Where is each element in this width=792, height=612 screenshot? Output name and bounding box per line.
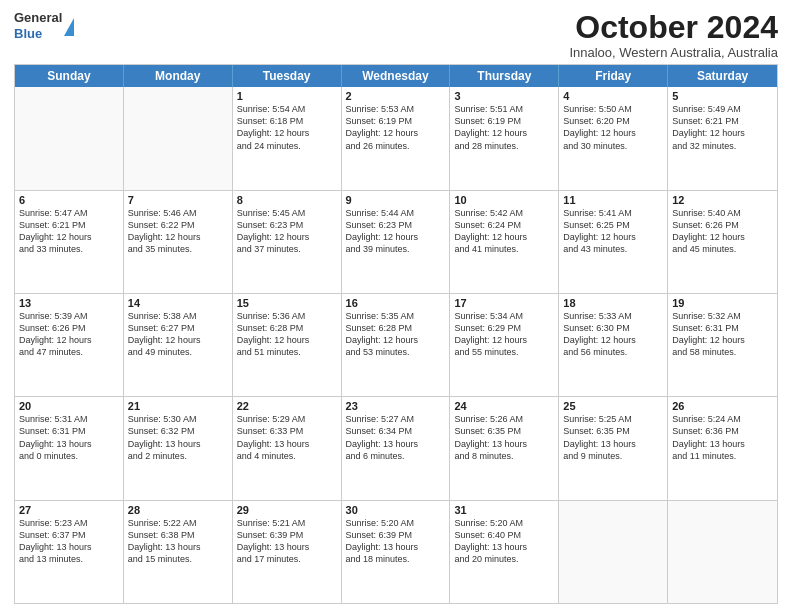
day-number: 5 xyxy=(672,90,773,102)
day-number: 11 xyxy=(563,194,663,206)
page: General Blue October 2024 Innaloo, Weste… xyxy=(0,0,792,612)
day-number: 1 xyxy=(237,90,337,102)
logo: General Blue xyxy=(14,10,74,41)
calendar-cell-8: 8Sunrise: 5:45 AM Sunset: 6:23 PM Daylig… xyxy=(233,191,342,293)
calendar-cell-5: 5Sunrise: 5:49 AM Sunset: 6:21 PM Daylig… xyxy=(668,87,777,189)
day-number: 10 xyxy=(454,194,554,206)
calendar-cell-13: 13Sunrise: 5:39 AM Sunset: 6:26 PM Dayli… xyxy=(15,294,124,396)
day-number: 3 xyxy=(454,90,554,102)
calendar-row-1: 6Sunrise: 5:47 AM Sunset: 6:21 PM Daylig… xyxy=(15,190,777,293)
calendar-cell-25: 25Sunrise: 5:25 AM Sunset: 6:35 PM Dayli… xyxy=(559,397,668,499)
header-day-monday: Monday xyxy=(124,65,233,87)
day-number: 28 xyxy=(128,504,228,516)
calendar: SundayMondayTuesdayWednesdayThursdayFrid… xyxy=(14,64,778,604)
cell-sunrise-sunset: Sunrise: 5:51 AM Sunset: 6:19 PM Dayligh… xyxy=(454,103,554,152)
cell-sunrise-sunset: Sunrise: 5:39 AM Sunset: 6:26 PM Dayligh… xyxy=(19,310,119,359)
calendar-cell-28: 28Sunrise: 5:22 AM Sunset: 6:38 PM Dayli… xyxy=(124,501,233,603)
calendar-cell-2: 2Sunrise: 5:53 AM Sunset: 6:19 PM Daylig… xyxy=(342,87,451,189)
calendar-cell-6: 6Sunrise: 5:47 AM Sunset: 6:21 PM Daylig… xyxy=(15,191,124,293)
cell-sunrise-sunset: Sunrise: 5:42 AM Sunset: 6:24 PM Dayligh… xyxy=(454,207,554,256)
day-number: 20 xyxy=(19,400,119,412)
calendar-cell-24: 24Sunrise: 5:26 AM Sunset: 6:35 PM Dayli… xyxy=(450,397,559,499)
month-title: October 2024 xyxy=(569,10,778,45)
calendar-cell-31: 31Sunrise: 5:20 AM Sunset: 6:40 PM Dayli… xyxy=(450,501,559,603)
calendar-cell-16: 16Sunrise: 5:35 AM Sunset: 6:28 PM Dayli… xyxy=(342,294,451,396)
calendar-cell-19: 19Sunrise: 5:32 AM Sunset: 6:31 PM Dayli… xyxy=(668,294,777,396)
cell-sunrise-sunset: Sunrise: 5:21 AM Sunset: 6:39 PM Dayligh… xyxy=(237,517,337,566)
day-number: 6 xyxy=(19,194,119,206)
calendar-header: SundayMondayTuesdayWednesdayThursdayFrid… xyxy=(15,65,777,87)
cell-sunrise-sunset: Sunrise: 5:33 AM Sunset: 6:30 PM Dayligh… xyxy=(563,310,663,359)
logo-text: General Blue xyxy=(14,10,62,41)
day-number: 30 xyxy=(346,504,446,516)
calendar-cell-10: 10Sunrise: 5:42 AM Sunset: 6:24 PM Dayli… xyxy=(450,191,559,293)
calendar-body: 1Sunrise: 5:54 AM Sunset: 6:18 PM Daylig… xyxy=(15,87,777,603)
calendar-cell-12: 12Sunrise: 5:40 AM Sunset: 6:26 PM Dayli… xyxy=(668,191,777,293)
calendar-cell-20: 20Sunrise: 5:31 AM Sunset: 6:31 PM Dayli… xyxy=(15,397,124,499)
logo-general: General xyxy=(14,10,62,26)
header-day-tuesday: Tuesday xyxy=(233,65,342,87)
calendar-row-2: 13Sunrise: 5:39 AM Sunset: 6:26 PM Dayli… xyxy=(15,293,777,396)
header-day-thursday: Thursday xyxy=(450,65,559,87)
day-number: 9 xyxy=(346,194,446,206)
day-number: 14 xyxy=(128,297,228,309)
day-number: 19 xyxy=(672,297,773,309)
header-day-saturday: Saturday xyxy=(668,65,777,87)
calendar-cell-7: 7Sunrise: 5:46 AM Sunset: 6:22 PM Daylig… xyxy=(124,191,233,293)
location: Innaloo, Western Australia, Australia xyxy=(569,45,778,60)
logo-blue: Blue xyxy=(14,26,62,42)
cell-sunrise-sunset: Sunrise: 5:26 AM Sunset: 6:35 PM Dayligh… xyxy=(454,413,554,462)
day-number: 24 xyxy=(454,400,554,412)
header-day-friday: Friday xyxy=(559,65,668,87)
cell-sunrise-sunset: Sunrise: 5:54 AM Sunset: 6:18 PM Dayligh… xyxy=(237,103,337,152)
day-number: 31 xyxy=(454,504,554,516)
day-number: 18 xyxy=(563,297,663,309)
cell-sunrise-sunset: Sunrise: 5:36 AM Sunset: 6:28 PM Dayligh… xyxy=(237,310,337,359)
header: General Blue October 2024 Innaloo, Weste… xyxy=(14,10,778,60)
cell-sunrise-sunset: Sunrise: 5:41 AM Sunset: 6:25 PM Dayligh… xyxy=(563,207,663,256)
header-day-wednesday: Wednesday xyxy=(342,65,451,87)
calendar-cell-4: 4Sunrise: 5:50 AM Sunset: 6:20 PM Daylig… xyxy=(559,87,668,189)
logo-triangle-icon xyxy=(64,18,74,36)
cell-sunrise-sunset: Sunrise: 5:35 AM Sunset: 6:28 PM Dayligh… xyxy=(346,310,446,359)
calendar-cell-1: 1Sunrise: 5:54 AM Sunset: 6:18 PM Daylig… xyxy=(233,87,342,189)
cell-sunrise-sunset: Sunrise: 5:23 AM Sunset: 6:37 PM Dayligh… xyxy=(19,517,119,566)
day-number: 21 xyxy=(128,400,228,412)
calendar-cell-14: 14Sunrise: 5:38 AM Sunset: 6:27 PM Dayli… xyxy=(124,294,233,396)
day-number: 7 xyxy=(128,194,228,206)
calendar-cell-empty-0-1 xyxy=(124,87,233,189)
day-number: 2 xyxy=(346,90,446,102)
calendar-cell-27: 27Sunrise: 5:23 AM Sunset: 6:37 PM Dayli… xyxy=(15,501,124,603)
calendar-cell-30: 30Sunrise: 5:20 AM Sunset: 6:39 PM Dayli… xyxy=(342,501,451,603)
calendar-cell-23: 23Sunrise: 5:27 AM Sunset: 6:34 PM Dayli… xyxy=(342,397,451,499)
day-number: 13 xyxy=(19,297,119,309)
cell-sunrise-sunset: Sunrise: 5:30 AM Sunset: 6:32 PM Dayligh… xyxy=(128,413,228,462)
cell-sunrise-sunset: Sunrise: 5:25 AM Sunset: 6:35 PM Dayligh… xyxy=(563,413,663,462)
calendar-row-3: 20Sunrise: 5:31 AM Sunset: 6:31 PM Dayli… xyxy=(15,396,777,499)
cell-sunrise-sunset: Sunrise: 5:31 AM Sunset: 6:31 PM Dayligh… xyxy=(19,413,119,462)
day-number: 23 xyxy=(346,400,446,412)
calendar-cell-11: 11Sunrise: 5:41 AM Sunset: 6:25 PM Dayli… xyxy=(559,191,668,293)
calendar-cell-29: 29Sunrise: 5:21 AM Sunset: 6:39 PM Dayli… xyxy=(233,501,342,603)
calendar-row-4: 27Sunrise: 5:23 AM Sunset: 6:37 PM Dayli… xyxy=(15,500,777,603)
calendar-cell-18: 18Sunrise: 5:33 AM Sunset: 6:30 PM Dayli… xyxy=(559,294,668,396)
cell-sunrise-sunset: Sunrise: 5:20 AM Sunset: 6:40 PM Dayligh… xyxy=(454,517,554,566)
cell-sunrise-sunset: Sunrise: 5:24 AM Sunset: 6:36 PM Dayligh… xyxy=(672,413,773,462)
cell-sunrise-sunset: Sunrise: 5:47 AM Sunset: 6:21 PM Dayligh… xyxy=(19,207,119,256)
cell-sunrise-sunset: Sunrise: 5:46 AM Sunset: 6:22 PM Dayligh… xyxy=(128,207,228,256)
day-number: 16 xyxy=(346,297,446,309)
cell-sunrise-sunset: Sunrise: 5:40 AM Sunset: 6:26 PM Dayligh… xyxy=(672,207,773,256)
calendar-cell-empty-0-0 xyxy=(15,87,124,189)
day-number: 25 xyxy=(563,400,663,412)
cell-sunrise-sunset: Sunrise: 5:53 AM Sunset: 6:19 PM Dayligh… xyxy=(346,103,446,152)
cell-sunrise-sunset: Sunrise: 5:49 AM Sunset: 6:21 PM Dayligh… xyxy=(672,103,773,152)
calendar-cell-3: 3Sunrise: 5:51 AM Sunset: 6:19 PM Daylig… xyxy=(450,87,559,189)
title-block: October 2024 Innaloo, Western Australia,… xyxy=(569,10,778,60)
cell-sunrise-sunset: Sunrise: 5:45 AM Sunset: 6:23 PM Dayligh… xyxy=(237,207,337,256)
cell-sunrise-sunset: Sunrise: 5:50 AM Sunset: 6:20 PM Dayligh… xyxy=(563,103,663,152)
calendar-row-0: 1Sunrise: 5:54 AM Sunset: 6:18 PM Daylig… xyxy=(15,87,777,189)
day-number: 12 xyxy=(672,194,773,206)
header-day-sunday: Sunday xyxy=(15,65,124,87)
calendar-cell-17: 17Sunrise: 5:34 AM Sunset: 6:29 PM Dayli… xyxy=(450,294,559,396)
day-number: 26 xyxy=(672,400,773,412)
